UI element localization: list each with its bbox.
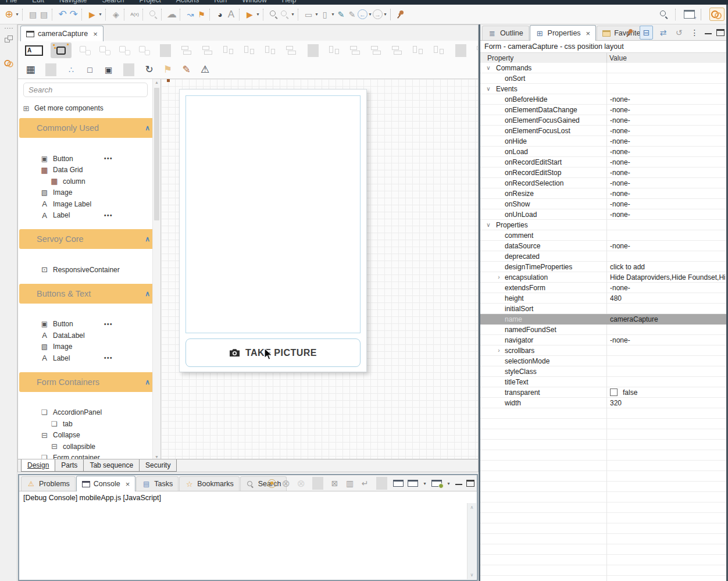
separator[interactable] bbox=[239, 9, 242, 20]
property-value[interactable]: -none- bbox=[610, 209, 725, 220]
separator[interactable] bbox=[160, 44, 171, 57]
palette-item[interactable]: collapsible bbox=[18, 441, 160, 452]
property-value[interactable]: -none- bbox=[610, 136, 725, 147]
palette-item[interactable]: Collapse bbox=[18, 430, 160, 441]
place-label-icon[interactable] bbox=[79, 45, 91, 55]
display-console-dropdown-icon[interactable]: ▾ bbox=[446, 477, 451, 490]
pin-console-icon[interactable] bbox=[393, 480, 404, 487]
zoom-icon[interactable] bbox=[268, 9, 279, 19]
property-value[interactable]: -none- bbox=[610, 178, 725, 188]
search-dropdown-icon[interactable]: ▾ bbox=[290, 8, 295, 21]
align-right-icon[interactable] bbox=[201, 45, 215, 55]
separator[interactable] bbox=[263, 9, 266, 20]
property-value[interactable]: -none- bbox=[610, 105, 725, 115]
selection-tool-icon[interactable] bbox=[51, 42, 72, 58]
menu-item[interactable]: File bbox=[6, 0, 17, 5]
separator[interactable] bbox=[701, 9, 704, 20]
console-view-tab[interactable]: Problems bbox=[21, 476, 76, 491]
separator[interactable] bbox=[312, 477, 323, 490]
palette-item[interactable]: Button ••• bbox=[18, 153, 160, 165]
next-edit-location-icon[interactable]: ✎ bbox=[347, 8, 358, 21]
property-row[interactable]: height 480 bbox=[480, 293, 726, 304]
separator[interactable] bbox=[124, 9, 127, 20]
label-tool-icon[interactable]: A bbox=[25, 45, 43, 56]
property-row[interactable]: namedFoundSet bbox=[480, 325, 726, 335]
scroll-up-icon[interactable]: ∧ bbox=[468, 505, 476, 510]
property-row[interactable]: onRecordSelection -none- bbox=[480, 178, 726, 188]
row-chevron-icon[interactable]: › bbox=[495, 345, 502, 356]
property-row[interactable]: navigator -none- bbox=[480, 335, 726, 345]
console-view-tab[interactable]: Tasks bbox=[136, 476, 179, 491]
center-vertical-icon[interactable] bbox=[285, 45, 298, 55]
scroll-lock-icon[interactable]: ▥ bbox=[344, 477, 355, 490]
save-icon[interactable]: ▤ bbox=[27, 8, 38, 21]
sync-icon[interactable]: ↝ bbox=[185, 8, 196, 21]
palette-item[interactable]: Label ••• bbox=[18, 210, 160, 222]
property-row[interactable]: ∨ Commands bbox=[480, 63, 726, 73]
scrollbar-thumb[interactable] bbox=[154, 88, 159, 220]
property-row[interactable]: name cameraCapture bbox=[480, 314, 726, 325]
show-advanced-properties-icon[interactable]: ⇄ bbox=[658, 26, 669, 39]
property-row[interactable]: onLoad -none- bbox=[480, 147, 726, 157]
forward-dropdown-icon[interactable]: ▾ bbox=[383, 8, 388, 21]
property-value[interactable]: -none- bbox=[610, 147, 725, 157]
property-row[interactable]: comment bbox=[480, 230, 726, 241]
back-icon[interactable]: ← bbox=[358, 9, 367, 19]
close-icon[interactable]: × bbox=[586, 29, 591, 38]
servoy-design-perspective-icon[interactable] bbox=[709, 8, 725, 21]
chevron-up-icon[interactable]: ∧ bbox=[145, 290, 150, 298]
console-view-tab[interactable]: Bookmarks bbox=[179, 476, 240, 491]
palette-item[interactable]: tab bbox=[18, 418, 160, 430]
separator[interactable] bbox=[105, 9, 108, 20]
property-row[interactable]: › scrollbars bbox=[480, 345, 726, 356]
editor-mode-tab[interactable]: Parts bbox=[55, 459, 84, 472]
property-row[interactable]: onElementDataChange -none- bbox=[480, 105, 726, 115]
search-icon[interactable] bbox=[279, 9, 290, 19]
terminate-icon[interactable] bbox=[267, 479, 276, 488]
property-row[interactable]: ∨ Properties bbox=[480, 220, 726, 230]
refresh-icon[interactable]: ↻ bbox=[144, 63, 155, 76]
chevron-up-icon[interactable]: ∧ bbox=[145, 124, 150, 132]
anchor-component-icon[interactable]: ▣ bbox=[103, 63, 114, 76]
show-categories-icon[interactable]: ⊟ bbox=[640, 26, 653, 40]
separator[interactable] bbox=[81, 9, 84, 20]
camera-preview-area[interactable] bbox=[185, 95, 361, 333]
maximize-icon[interactable] bbox=[716, 29, 725, 36]
redo-icon[interactable]: ↷ bbox=[68, 8, 79, 21]
separator[interactable] bbox=[455, 44, 466, 57]
align-left-icon[interactable] bbox=[180, 45, 194, 55]
property-row[interactable]: onSort bbox=[480, 73, 726, 84]
palette-item[interactable]: ResponsiveContainer bbox=[18, 264, 160, 276]
property-value[interactable]: false bbox=[610, 387, 725, 398]
property-row[interactable]: titleText bbox=[480, 377, 726, 387]
font-icon[interactable]: A bbox=[226, 8, 237, 21]
launch-icon[interactable]: ▶ bbox=[87, 8, 98, 21]
pin-properties-icon[interactable] bbox=[624, 27, 635, 38]
distribute-horizontal-icon[interactable] bbox=[349, 45, 362, 55]
property-row[interactable]: onBeforeHide -none- bbox=[480, 94, 726, 105]
more-options-icon[interactable]: ••• bbox=[104, 212, 113, 219]
restore-default-value-icon[interactable]: ↺ bbox=[673, 26, 684, 39]
save-all-icon[interactable]: ▤ bbox=[38, 8, 49, 21]
quick-access-search-icon[interactable] bbox=[658, 9, 669, 19]
externalize-strings-icon[interactable]: A(x) bbox=[129, 8, 140, 21]
separator[interactable] bbox=[161, 9, 164, 20]
chevron-up-icon[interactable]: ∧ bbox=[145, 235, 150, 243]
place-field-icon[interactable] bbox=[99, 45, 111, 55]
panel-tab[interactable]: Properties × bbox=[530, 25, 597, 41]
hierarchy-icon[interactable]: ∴ bbox=[66, 63, 77, 76]
chevron-up-icon[interactable]: ∧ bbox=[145, 378, 150, 386]
size-to-width-icon[interactable] bbox=[433, 45, 446, 55]
cloud-upload-icon[interactable]: ☁ bbox=[166, 8, 177, 21]
restore-panel-icon[interactable] bbox=[5, 35, 13, 42]
property-row[interactable]: ∨ Events bbox=[480, 84, 726, 94]
menu-item[interactable]: Project bbox=[139, 0, 160, 5]
scroll-up-icon[interactable]: ▲ bbox=[153, 80, 160, 84]
select-rectangle-icon[interactable]: □ bbox=[84, 63, 95, 76]
palette-item[interactable]: AccordionPanel bbox=[18, 407, 160, 419]
property-row[interactable]: styleClass bbox=[480, 366, 726, 377]
property-row[interactable]: initialSort bbox=[480, 304, 726, 314]
menu-item[interactable]: Navigate bbox=[59, 0, 87, 5]
open-console-icon[interactable] bbox=[408, 480, 418, 487]
property-value[interactable]: -none- bbox=[610, 94, 725, 105]
